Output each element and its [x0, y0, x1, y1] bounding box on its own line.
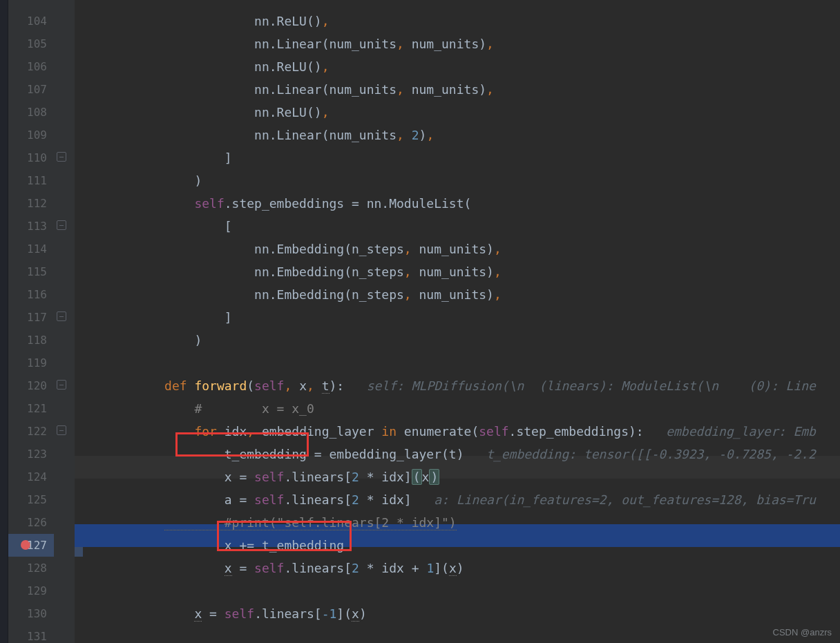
fold-toggle-icon[interactable]	[57, 311, 66, 321]
code-line[interactable]: x += t_embedding	[75, 534, 840, 557]
fold-toggle-icon[interactable]	[57, 152, 66, 162]
code-line[interactable]: a = self.linears[2 * idx] a: Linear(in_f…	[75, 488, 840, 511]
code-line[interactable]: )	[75, 169, 840, 192]
inline-hint: self: MLPDiffusion(\n (linears): ModuleL…	[344, 378, 816, 393]
left-panel-sliver	[0, 0, 8, 643]
code-line[interactable]: x = self.linears[2 * idx + 1](x)	[75, 557, 840, 579]
code-line[interactable]: for idx, embedding_layer in enumerate(se…	[75, 420, 840, 443]
inline-hint: a: Linear(in_features=2, out_features=12…	[412, 492, 816, 507]
inline-hint: embedding_layer: Emb	[644, 424, 816, 439]
watermark: CSDN @anzrs	[773, 627, 832, 637]
line-number[interactable]: 111	[8, 169, 54, 192]
code-line[interactable]: t_embedding = embedding_layer(t) t_embed…	[75, 443, 840, 466]
code-line[interactable]: def forward(self, x, t): self: MLPDiffus…	[75, 374, 840, 397]
code-line[interactable]	[75, 352, 840, 374]
line-number[interactable]: 113	[8, 215, 54, 238]
line-number[interactable]: 106	[8, 55, 54, 78]
code-line[interactable]: nn.ReLU(),	[75, 55, 840, 78]
line-number[interactable]: 121	[8, 397, 54, 420]
line-number-gutter[interactable]: 104 105 106 107 108 109 110 111 112 113 …	[8, 0, 54, 643]
code-line[interactable]	[75, 625, 840, 643]
line-number[interactable]: 116	[8, 283, 54, 306]
code-line[interactable]: ]	[75, 306, 840, 329]
line-number[interactable]: 105	[8, 32, 54, 55]
line-number[interactable]: 123	[8, 443, 54, 466]
code-line[interactable]: nn.Linear(num_units, num_units),	[75, 32, 840, 55]
paren-highlight: )	[429, 469, 439, 485]
fold-toggle-icon[interactable]	[57, 220, 66, 230]
line-number[interactable]: 107	[8, 78, 54, 101]
code-line[interactable]: # x = x_0	[75, 397, 840, 420]
line-number[interactable]: 120	[8, 374, 54, 397]
code-line[interactable]: self.step_embeddings = nn.ModuleList(	[75, 192, 840, 215]
paren-highlight: (	[412, 469, 422, 485]
line-number[interactable]: 117	[8, 306, 54, 329]
line-number[interactable]: 131	[8, 625, 54, 643]
line-number[interactable]: 128	[8, 557, 54, 579]
line-number[interactable]: 108	[8, 101, 54, 124]
code-line[interactable]: nn.ReLU(),	[75, 10, 840, 32]
fold-gutter[interactable]	[54, 0, 75, 643]
code-line[interactable]: nn.Embedding(n_steps, num_units),	[75, 238, 840, 260]
code-line[interactable]: x = self.linears[2 * idx](x)	[75, 466, 840, 488]
code-line[interactable]: ]	[75, 146, 840, 169]
line-number[interactable]: 127	[8, 534, 54, 557]
line-number[interactable]: 119	[8, 352, 54, 374]
code-line[interactable]: nn.Embedding(n_steps, num_units),	[75, 260, 840, 283]
fold-toggle-icon[interactable]	[57, 380, 66, 390]
code-line[interactable]: #print("self.linears[2 * idx]")	[75, 511, 840, 534]
code-line[interactable]: [	[75, 215, 840, 238]
line-number[interactable]: 110	[8, 146, 54, 169]
line-number[interactable]: 122	[8, 420, 54, 443]
code-line[interactable]	[75, 579, 840, 602]
code-area[interactable]: nn.ReLU(), nn.Linear(num_units, num_unit…	[75, 0, 840, 643]
line-number[interactable]: 129	[8, 579, 54, 602]
line-number[interactable]: 109	[8, 124, 54, 146]
line-number[interactable]: 115	[8, 260, 54, 283]
line-number[interactable]: 114	[8, 238, 54, 260]
line-number[interactable]: 130	[8, 602, 54, 625]
line-number[interactable]: 118	[8, 329, 54, 352]
code-line[interactable]: nn.Embedding(n_steps, num_units),	[75, 283, 840, 306]
code-line[interactable]: nn.Linear(num_units, 2),	[75, 124, 840, 146]
line-number[interactable]: 126	[8, 511, 54, 534]
code-editor[interactable]: 104 105 106 107 108 109 110 111 112 113 …	[0, 0, 840, 643]
code-line[interactable]: )	[75, 329, 840, 352]
code-line[interactable]: x = self.linears[-1](x)	[75, 602, 840, 625]
inline-hint: t_embedding: tensor([[-0.3923, -0.7285, …	[464, 447, 816, 461]
code-line[interactable]: nn.Linear(num_units, num_units),	[75, 78, 840, 101]
line-number[interactable]: 104	[8, 10, 54, 32]
fold-toggle-icon[interactable]	[57, 425, 66, 435]
line-number[interactable]: 125	[8, 488, 54, 511]
line-number[interactable]: 112	[8, 192, 54, 215]
code-line[interactable]: nn.ReLU(),	[75, 101, 840, 124]
line-number[interactable]: 124	[8, 466, 54, 488]
